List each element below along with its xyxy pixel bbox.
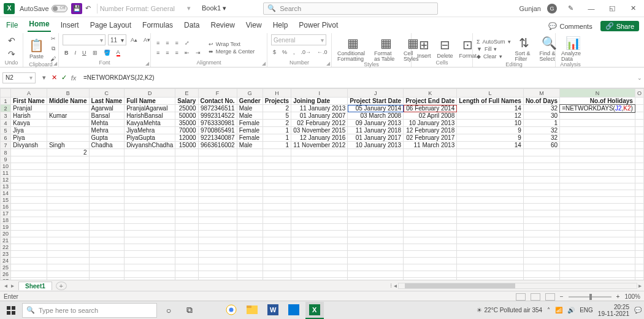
cell[interactable] (11, 170, 47, 177)
cell[interactable] (125, 163, 175, 170)
tab-home[interactable]: Home (28, 18, 50, 32)
cell[interactable] (175, 258, 198, 264)
cell[interactable] (125, 190, 175, 197)
cell[interactable]: 1 (263, 142, 291, 149)
cell[interactable] (291, 224, 348, 231)
row-header[interactable]: 8 (1, 149, 11, 156)
start-button[interactable] (2, 302, 20, 319)
restore-button[interactable]: ◱ (605, 1, 619, 16)
cell[interactable] (175, 237, 198, 244)
cell[interactable]: Agarwal (89, 105, 125, 112)
cell[interactable]: Piya (11, 134, 47, 142)
cell[interactable] (560, 120, 635, 127)
sort-filter-button[interactable]: ⇅Sort & Filter (513, 34, 535, 63)
cell[interactable] (404, 237, 457, 244)
cell[interactable] (263, 224, 291, 231)
clock-time[interactable]: 20:25 (598, 304, 629, 310)
cell[interactable]: 06 February 2014 (404, 105, 457, 112)
cell[interactable] (198, 217, 237, 224)
cell[interactable] (348, 244, 404, 251)
cell[interactable]: 03 November 2015 (291, 127, 348, 134)
cell[interactable] (560, 127, 635, 134)
cell[interactable]: 09 January 2013 (348, 120, 404, 127)
cell[interactable] (404, 163, 457, 170)
cell[interactable] (523, 264, 559, 271)
cell[interactable] (560, 149, 635, 156)
delete-cells-button[interactable]: ⊟Delete (435, 36, 455, 60)
zoom-level[interactable]: 100% (624, 293, 640, 300)
cell[interactable]: 12000 (175, 134, 198, 142)
cell[interactable] (635, 217, 643, 224)
cell[interactable] (175, 251, 198, 258)
cell[interactable]: 10 (457, 120, 524, 127)
cell[interactable] (635, 258, 643, 264)
cell[interactable]: Male (237, 142, 263, 149)
cell[interactable] (11, 278, 47, 280)
cell[interactable] (175, 163, 198, 170)
cell[interactable] (198, 204, 237, 210)
cell[interactable]: 10 January 2013 (404, 120, 457, 127)
cell[interactable] (635, 183, 643, 190)
cell[interactable] (291, 210, 348, 217)
format-as-table-button[interactable]: ▦Format as Table (372, 34, 399, 63)
cell[interactable] (47, 231, 89, 237)
row-header[interactable]: 2 (1, 105, 11, 112)
cell[interactable] (291, 170, 348, 177)
cell[interactable] (263, 271, 291, 278)
zoom-slider[interactable] (569, 296, 611, 298)
cell[interactable] (635, 204, 643, 210)
cell[interactable] (47, 278, 89, 280)
cell[interactable]: 30 (523, 112, 559, 120)
cell[interactable] (348, 183, 404, 190)
cell[interactable]: 9663616002 (198, 142, 237, 149)
cell[interactable] (291, 251, 348, 258)
cell[interactable] (198, 183, 237, 190)
analyze-data-button[interactable]: 📊Analyze Data (559, 34, 586, 63)
font-size-combo[interactable]: 11▾ (108, 34, 126, 45)
cell[interactable] (523, 210, 559, 217)
undo-qat-button[interactable]: ↶ (82, 2, 94, 15)
cell[interactable] (237, 190, 263, 197)
tab-formulas[interactable]: Formulas (141, 20, 174, 32)
cell[interactable] (348, 231, 404, 237)
cell[interactable]: 12 February 2018 (404, 127, 457, 134)
cell[interactable] (560, 231, 635, 237)
tab-view[interactable]: View (245, 20, 263, 32)
cell[interactable]: 12 January 2016 (291, 134, 348, 142)
cell[interactable]: 2 (47, 149, 89, 156)
cell[interactable] (457, 237, 524, 244)
comments-button[interactable]: 💬 Comments (545, 20, 595, 32)
tab-data[interactable]: Data (183, 20, 201, 32)
cell[interactable] (175, 197, 198, 204)
align-middle-button[interactable]: ≡ (164, 39, 171, 47)
cell[interactable] (635, 149, 643, 156)
cell[interactable]: Contact No. (198, 98, 237, 105)
cell[interactable] (348, 258, 404, 264)
font-family-combo[interactable]: ▾ (63, 34, 105, 45)
cell[interactable] (125, 217, 175, 224)
cell[interactable] (523, 204, 559, 210)
cell[interactable] (11, 197, 47, 204)
cell[interactable] (635, 244, 643, 251)
cell[interactable]: Length of Full Names (457, 98, 524, 105)
row-header[interactable]: 12 (1, 177, 11, 183)
cell[interactable] (237, 264, 263, 271)
align-center-button[interactable]: ≡ (164, 48, 171, 57)
cell[interactable] (635, 271, 643, 278)
cell[interactable]: 12 (457, 112, 524, 120)
cell[interactable] (291, 177, 348, 183)
cell[interactable] (125, 237, 175, 244)
cell[interactable] (11, 190, 47, 197)
cell[interactable]: Middle Name (47, 98, 89, 105)
col-header-J[interactable]: J (348, 89, 404, 98)
cell[interactable] (198, 224, 237, 231)
cell[interactable] (175, 271, 198, 278)
sheet-nav-prev-button[interactable]: ◂ (4, 282, 7, 289)
cell[interactable] (348, 264, 404, 271)
cell[interactable]: Pranjal (11, 105, 47, 112)
pen-icon[interactable]: ✎ (563, 1, 578, 16)
word-app-icon[interactable]: W (264, 302, 282, 319)
font-color-button[interactable]: A (115, 48, 122, 58)
cell[interactable]: No.of Days (523, 98, 559, 105)
row-header[interactable]: 23 (1, 251, 11, 258)
